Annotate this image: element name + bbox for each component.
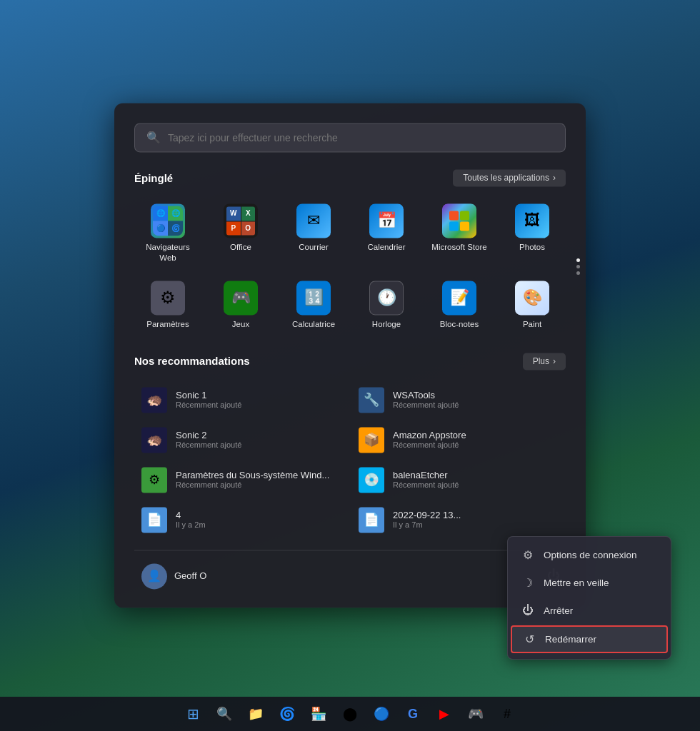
rec-item-wsatools[interactable]: 🔧WSAToolsRécemment ajouté — [351, 381, 566, 418]
taskbar-google[interactable]: G — [399, 700, 427, 728]
more-button[interactable]: Plus › — [523, 353, 566, 370]
user-info[interactable]: 👤 Geoff O — [134, 559, 214, 593]
taskbar: ⊞ 🔍 📁 🌀 🏪 ⬤ 🔵 G ▶ 🎮 # — [0, 697, 700, 731]
app-label-browsers: Navigateurs Web — [146, 242, 189, 263]
context-label-login-options: Options de connexion — [544, 550, 637, 560]
taskbar-edge-can[interactable]: 🔵 — [367, 700, 396, 728]
rec-item-balena[interactable]: 💿balenaEtcherRécemment ajouté — [351, 461, 566, 498]
app-icon-img-browsers: 🌐 🌐 🔵 🌀 — [151, 203, 185, 238]
context-menu-item-sleep[interactable]: ☽Mettre en veille — [508, 569, 671, 597]
xbox-icon: 🎮 — [468, 706, 484, 722]
app-icon-img-paint: 🎨 — [515, 281, 549, 315]
rec-name-file4: 4 — [176, 510, 206, 521]
context-menu-item-shutdown[interactable]: ⏻Arrêter — [508, 597, 671, 624]
context-label-restart: Redémarrer — [545, 634, 596, 645]
slack-icon: # — [504, 707, 511, 722]
pagination-dots — [576, 258, 580, 275]
rec-name-file2022: 2022-09-22 13... — [393, 510, 461, 521]
rec-icon-file2022: 📄 — [359, 507, 384, 533]
app-label-notes: Bloc-notes — [440, 319, 479, 330]
rec-text-file2022: 2022-09-22 13...Il y a 7m — [393, 510, 461, 530]
context-icon-login-options: ⚙ — [521, 548, 535, 562]
taskbar-search[interactable]: 🔍 — [210, 700, 239, 728]
recommendations-grid: 🦔Sonic 1Récemment ajouté🔧WSAToolsRécemme… — [134, 381, 566, 538]
pinned-app-browsers[interactable]: 🌐 🌐 🔵 🌀 Navigateurs Web — [134, 198, 201, 269]
pinned-app-office[interactable]: W X P O Office — [207, 198, 274, 269]
taskbar-xbox[interactable]: 🎮 — [461, 700, 490, 728]
rec-item-file4[interactable]: 📄4Il y a 2m — [134, 501, 349, 538]
rec-sub-balena: Récemment ajouté — [393, 481, 459, 490]
pinned-section-header: Épinglé Toutes les applications › — [134, 169, 566, 186]
rec-sub-file2022: Il y a 7m — [393, 521, 461, 530]
pinned-app-settings[interactable]: ⚙Paramètres — [134, 275, 201, 336]
pinned-app-calendar[interactable]: 📅Calendrier — [353, 198, 420, 269]
rec-sub-params: Récemment ajouté — [176, 481, 329, 490]
rec-item-amazon[interactable]: 📦Amazon AppstoreRécemment ajouté — [351, 421, 566, 458]
windows-icon: ⊞ — [187, 705, 199, 722]
rec-item-params[interactable]: ⚙Paramètres du Sous-système Wind...Récem… — [134, 461, 349, 498]
rec-name-wsatools: WSATools — [393, 390, 459, 401]
context-menu-item-login-options[interactable]: ⚙Options de connexion — [508, 541, 671, 569]
context-icon-shutdown: ⏻ — [521, 604, 535, 617]
app-label-office: Office — [230, 242, 251, 253]
rec-item-sonic2[interactable]: 🦔Sonic 2Récemment ajouté — [134, 421, 349, 458]
pinned-app-paint[interactable]: 🎨Paint — [499, 275, 566, 336]
app-icon-img-settings: ⚙ — [151, 281, 185, 315]
rec-text-balena: balenaEtcherRécemment ajouté — [393, 470, 459, 490]
taskbar-store[interactable]: 🏪 — [304, 700, 333, 728]
rec-text-amazon: Amazon AppstoreRécemment ajouté — [393, 430, 466, 450]
context-label-sleep: Mettre en veille — [544, 578, 609, 588]
pinned-app-calc[interactable]: 🔢Calculatrice — [280, 275, 347, 336]
chrome-icon: ⬤ — [343, 706, 357, 722]
rec-icon-file4: 📄 — [141, 507, 167, 533]
taskbar-start-button[interactable]: ⊞ — [179, 700, 207, 728]
rec-icon-wsatools: 🔧 — [359, 387, 384, 413]
context-icon-restart: ↺ — [522, 632, 536, 646]
rec-name-sonic1: Sonic 1 — [176, 390, 241, 401]
pinned-app-clock[interactable]: 🕐Horloge — [353, 275, 420, 336]
edge-can-icon: 🔵 — [374, 706, 389, 722]
context-menu-item-restart[interactable]: ↺Redémarrer — [511, 625, 668, 653]
app-label-store: Microsoft Store — [431, 242, 486, 253]
app-icon-img-notes: 📝 — [442, 281, 476, 315]
taskbar-edge[interactable]: 🌀 — [273, 700, 301, 728]
rec-sub-wsatools: Récemment ajouté — [393, 401, 459, 410]
taskbar-youtube[interactable]: ▶ — [430, 700, 459, 728]
search-icon: 🔍 — [216, 706, 232, 722]
edge-icon: 🌀 — [279, 706, 295, 722]
youtube-icon: ▶ — [439, 706, 449, 722]
pinned-app-mail[interactable]: ✉Courrier — [280, 198, 347, 269]
pinned-app-store[interactable]: Microsoft Store — [426, 198, 493, 269]
rec-item-file2022[interactable]: 📄2022-09-22 13...Il y a 7m — [351, 501, 566, 538]
rec-name-sonic2: Sonic 2 — [176, 430, 241, 441]
app-label-mail: Courrier — [299, 242, 329, 253]
app-icon-img-calc: 🔢 — [296, 281, 331, 315]
context-label-shutdown: Arrêter — [544, 605, 573, 616]
start-menu: 🔍 Épinglé Toutes les applications › 🌐 🌐 … — [114, 103, 586, 608]
app-label-calendar: Calendrier — [367, 242, 405, 253]
rec-text-params: Paramètres du Sous-système Wind...Récemm… — [176, 470, 329, 490]
rec-item-sonic1[interactable]: 🦔Sonic 1Récemment ajouté — [134, 381, 349, 418]
store-icon: 🏪 — [311, 706, 326, 722]
rec-sub-file4: Il y a 2m — [176, 521, 206, 530]
app-icon-img-photos: 🖼 — [515, 203, 549, 238]
app-icon-img-clock: 🕐 — [369, 281, 404, 315]
chevron-right-icon: › — [553, 356, 556, 366]
context-icon-sleep: ☽ — [521, 576, 535, 590]
taskbar-slack[interactable]: # — [493, 700, 521, 728]
app-label-clock: Horloge — [372, 319, 401, 330]
pinned-app-photos[interactable]: 🖼Photos — [499, 198, 566, 269]
rec-name-balena: balenaEtcher — [393, 470, 459, 481]
app-label-photos: Photos — [519, 242, 545, 253]
pinned-app-games[interactable]: 🎮Jeux — [207, 275, 274, 336]
taskbar-files[interactable]: 📁 — [241, 700, 270, 728]
app-label-calc: Calculatrice — [292, 319, 335, 330]
rec-icon-sonic2: 🦔 — [141, 427, 167, 453]
pinned-app-notes[interactable]: 📝Bloc-notes — [426, 275, 493, 336]
search-bar[interactable]: 🔍 — [134, 123, 566, 152]
rec-text-wsatools: WSAToolsRécemment ajouté — [393, 390, 459, 410]
pinned-grid: 🌐 🌐 🔵 🌀 Navigateurs Web W X P O Office✉C… — [134, 198, 566, 336]
taskbar-chrome[interactable]: ⬤ — [336, 700, 364, 728]
search-input[interactable] — [168, 132, 554, 143]
all-apps-button[interactable]: Toutes les applications › — [453, 169, 566, 186]
